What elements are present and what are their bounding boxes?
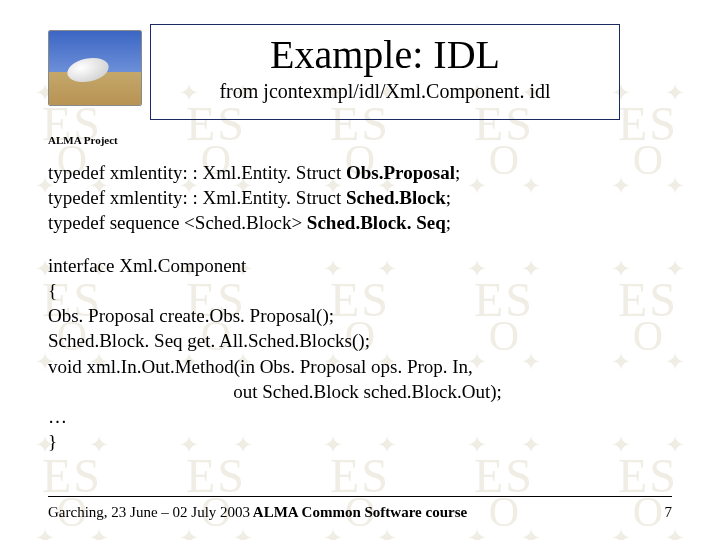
code-line: {	[48, 278, 672, 303]
code-line: void xml.In.Out.Method(in Obs. Proposal …	[48, 354, 672, 379]
footer-divider	[48, 496, 672, 497]
slide-number: 7	[665, 504, 673, 521]
slide-title: Example: IDL	[151, 31, 619, 78]
footer: Garching, 23 June – 02 July 2003 ALMA Co…	[48, 504, 672, 521]
code-line: typedef xmlentity: : Xml.Entity. Struct …	[48, 185, 672, 210]
code-line: typedef sequence <Sched.Block> Sched.Blo…	[48, 210, 672, 235]
slide-body: typedef xmlentity: : Xml.Entity. Struct …	[48, 160, 672, 454]
code-line: typedef xmlentity: : Xml.Entity. Struct …	[48, 160, 672, 185]
alma-logo	[48, 30, 142, 106]
code-line: interface Xml.Component	[48, 253, 672, 278]
code-line: Obs. Proposal create.Obs. Proposal();	[48, 303, 672, 328]
footer-center: ALMA Common Software course	[48, 504, 672, 521]
title-box: Example: IDL from jcontexmpl/idl/Xml.Com…	[150, 24, 620, 120]
project-label: ALMA Project	[48, 134, 118, 146]
code-line: …	[48, 404, 672, 429]
code-line: }	[48, 429, 672, 454]
code-line: out Sched.Block sched.Block.Out);	[48, 379, 672, 404]
slide-subtitle: from jcontexmpl/idl/Xml.Component. idl	[151, 80, 619, 103]
code-line: Sched.Block. Seq get. All.Sched.Blocks()…	[48, 328, 672, 353]
blank-line	[48, 235, 672, 253]
